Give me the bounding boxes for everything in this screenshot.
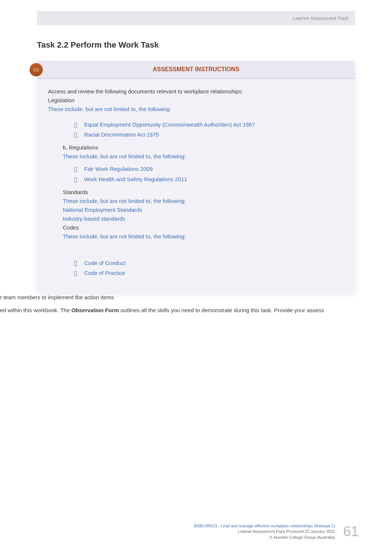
- footer-text-block: BSBLDR523 - Lead and manage effective wo…: [194, 523, 335, 540]
- footer-produced: Learner Assessment Pack Produced 22 Janu…: [194, 529, 335, 534]
- observation-form-bold: Observation Form: [71, 307, 119, 313]
- list-item: ▯ Equal Employment Opportunity (Commonwe…: [74, 120, 344, 130]
- codes-include: These include, but are not limited to, t…: [63, 232, 344, 241]
- bullet-text: Code of Practice: [84, 269, 344, 278]
- list-item: ▯ Racial Discrimination Act 1975: [74, 130, 344, 139]
- bullet-icon: ▯: [74, 259, 84, 268]
- assessment-title: ASSESSMENT INSTRUCTIONS: [37, 61, 355, 79]
- footer-unit-title: BSBLDR523 - Lead and manage effective wo…: [194, 523, 335, 529]
- standards-label: Standards: [63, 188, 344, 197]
- task-heading: Task 2.2 Perform the Work Task: [37, 40, 355, 50]
- bullet-text: Work Health and Safety Regulations 2011: [84, 175, 344, 184]
- assessment-body: Access and review the following document…: [37, 79, 355, 293]
- list-item: ▯ Work Health and Safety Regulations 201…: [74, 175, 344, 184]
- list-item: ▯ Code of Conduct: [74, 259, 344, 268]
- bullet-text: Equal Employment Opportunity (Commonweal…: [84, 120, 344, 129]
- cut-text-team-members: r team members to implement the action i…: [0, 294, 392, 300]
- bullet-text: Fair Work Regulations 2009: [84, 165, 344, 173]
- bullet-icon: ▯: [74, 175, 84, 184]
- bullets-b: ▯ Fair Work Regulations 2009 ▯ Work Heal…: [74, 165, 344, 184]
- legislation-label: Legislation: [48, 96, 344, 105]
- bullet-text: Racial Discrimination Act 1975: [84, 130, 344, 139]
- list-item: ▯ Fair Work Regulations 2009: [74, 165, 344, 174]
- standards-line3: Industry-based standards: [63, 214, 344, 223]
- page-header-label: Learner Assessment Pack: [293, 15, 348, 21]
- footer: BSBLDR523 - Lead and manage effective wo…: [194, 523, 359, 540]
- cut-text-observation: ed within this workbook. The Observation…: [0, 307, 392, 313]
- bullet-text: Code of Conduct: [84, 259, 344, 268]
- cut-text-prefix: ed within this workbook. The: [0, 307, 71, 313]
- these-include-b: These include, but are not limited to, t…: [63, 152, 344, 161]
- bullets-a: ▯ Equal Employment Opportunity (Commonwe…: [74, 120, 344, 139]
- bullet-icon: ▯: [74, 130, 84, 139]
- list-item: ▯ Code of Practice: [74, 269, 344, 278]
- page-header: Learner Assessment Pack: [37, 11, 355, 25]
- intro-line: Access and review the following document…: [48, 87, 344, 96]
- bullet-icon: ▯: [74, 269, 84, 278]
- menu-icon: [30, 63, 43, 76]
- standards-line2: National Employment Standards: [63, 206, 344, 214]
- page-number: 61: [343, 524, 359, 540]
- cut-text-suffix: outlines all the skills you need to demo…: [119, 307, 324, 313]
- regulations-label: b. Regulations: [63, 143, 344, 152]
- bullets-codes: ▯ Code of Conduct ▯ Code of Practice: [74, 259, 344, 278]
- codes-label: Codes: [63, 223, 344, 232]
- footer-copyright: © Humber College Group (Australia): [194, 535, 335, 540]
- bullet-icon: ▯: [74, 120, 84, 130]
- bullet-icon: ▯: [74, 165, 84, 174]
- standards-line1: These include, but are not limited to, t…: [63, 197, 344, 206]
- assessment-box: ASSESSMENT INSTRUCTIONS Access and revie…: [37, 61, 355, 293]
- these-include-a: These include, but are not limited to, t…: [48, 105, 344, 114]
